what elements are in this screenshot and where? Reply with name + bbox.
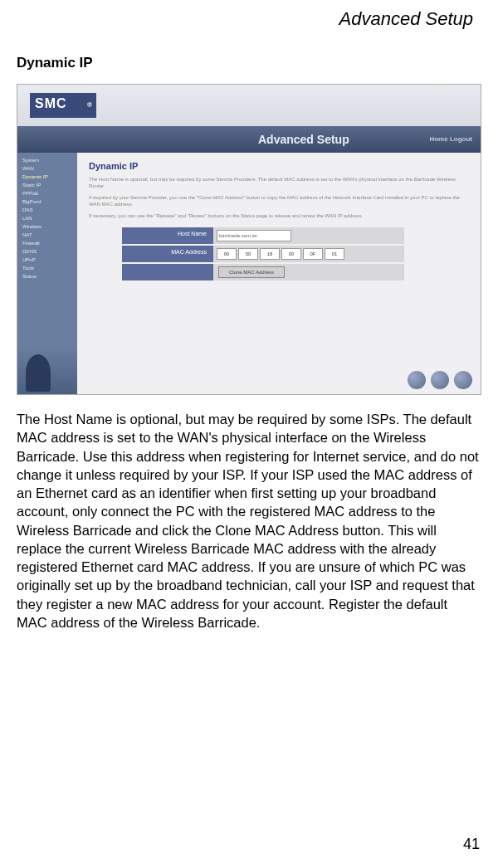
sidebar-item-static-ip[interactable]: Static IP [19, 181, 76, 189]
ss-header: SMC [17, 85, 481, 126]
mac-input-5[interactable]: 01 [325, 248, 344, 260]
form-row-host: Host Name barricade.com.tw [122, 227, 404, 244]
sidebar-figure [26, 354, 51, 392]
form-row-clone: Clone MAC Address [122, 264, 404, 280]
sidebar-item-nat[interactable]: NAT [19, 231, 76, 239]
sidebar-item-bigpond[interactable]: BigPond [19, 197, 76, 206]
sidebar-item-dynamic-ip[interactable]: Dynamic IP [19, 173, 76, 181]
host-name-field: barricade.com.tw [213, 227, 404, 244]
sidebar-item-upnp[interactable]: UPnP [19, 256, 76, 264]
panel-desc-2: If required by your Service Provider, yo… [89, 194, 469, 208]
ss-footer-icons [408, 371, 472, 389]
ss-body: System WAN Dynamic IP Static IP PPPoE Bi… [17, 153, 481, 395]
apply-icon[interactable] [431, 371, 449, 389]
clone-field: Clone MAC Address [213, 264, 404, 280]
mac-address-label: MAC Address [122, 246, 213, 262]
panel-title: Dynamic IP [89, 161, 469, 171]
host-name-input[interactable]: barricade.com.tw [217, 230, 291, 241]
panel-desc-3: If necessary, you can use the "Release" … [89, 212, 469, 219]
mac-input-1[interactable]: 50 [238, 248, 258, 260]
sidebar-item-tools[interactable]: Tools [19, 264, 76, 272]
ss-banner-links[interactable]: Home Logout [429, 126, 472, 153]
clone-mac-button[interactable]: Clone MAC Address [218, 266, 285, 278]
page-number: 41 [463, 836, 480, 853]
mac-input-4[interactable]: 0F [303, 248, 323, 260]
ss-banner: Advanced Setup Home Logout [17, 126, 481, 153]
sidebar-item-system[interactable]: System [19, 156, 76, 164]
sidebar-item-wireless[interactable]: Wireless [19, 222, 76, 231]
sidebar-item-dns[interactable]: DNS [19, 206, 76, 214]
sidebar-item-wan[interactable]: WAN [19, 164, 76, 173]
sidebar-item-ddns[interactable]: DDNS [19, 247, 76, 256]
mac-input-2[interactable]: 18 [260, 248, 280, 260]
page-header: Advanced Setup [17, 0, 481, 30]
panel-desc-1: The Host Name is optional, but may be re… [89, 176, 469, 190]
mac-address-field: 00 50 18 00 0F 01 [213, 246, 404, 262]
body-paragraph: The Host Name is optional, but may be re… [17, 410, 481, 631]
embedded-screenshot: SMC Advanced Setup Home Logout System WA… [17, 84, 481, 395]
ss-content: Dynamic IP The Host Name is optional, bu… [77, 153, 481, 395]
help-icon[interactable] [408, 371, 426, 389]
sidebar-item-status[interactable]: Status [19, 272, 76, 280]
ss-banner-title: Advanced Setup [258, 133, 349, 146]
smc-logo: SMC [30, 93, 96, 118]
sidebar-item-pppoe[interactable]: PPPoE [19, 189, 76, 197]
ss-form: Host Name barricade.com.tw MAC Address 0… [122, 227, 404, 280]
host-name-label: Host Name [122, 227, 213, 244]
sidebar-item-firewall[interactable]: Firewall [19, 239, 76, 247]
form-row-mac: MAC Address 00 50 18 00 0F 01 [122, 246, 404, 262]
mac-input-3[interactable]: 00 [281, 248, 301, 260]
sidebar-image [17, 346, 77, 395]
section-title: Dynamic IP [17, 55, 481, 71]
cancel-icon[interactable] [454, 371, 472, 389]
clone-spacer [122, 264, 213, 280]
ss-sidebar: System WAN Dynamic IP Static IP PPPoE Bi… [17, 153, 77, 395]
sidebar-item-lan[interactable]: LAN [19, 214, 76, 222]
mac-input-0[interactable]: 00 [217, 248, 237, 260]
